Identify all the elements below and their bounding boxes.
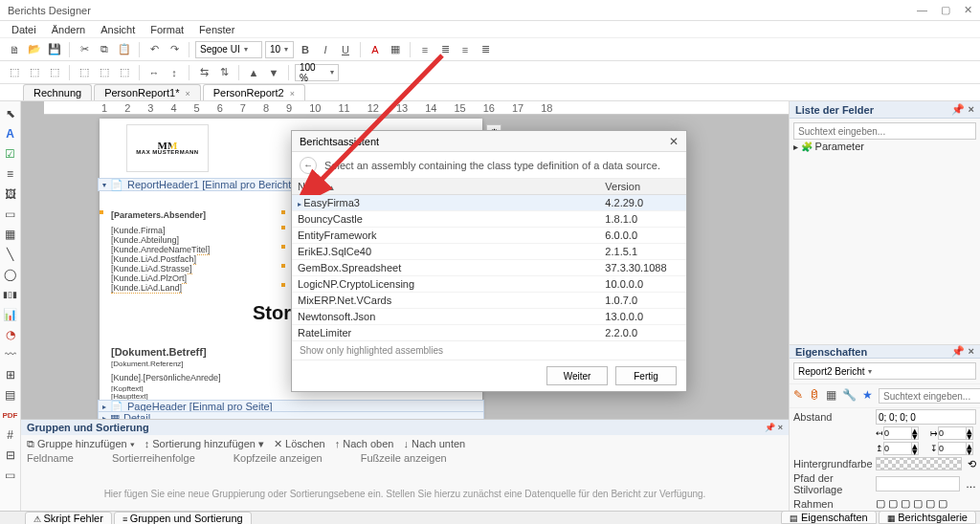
open-icon[interactable]: 📂 (26, 41, 43, 58)
tab-berichtsgalerie[interactable]: ▦ Berichtsgalerie (879, 511, 976, 524)
shape-icon[interactable]: ◯ (2, 266, 19, 283)
zoom-combo[interactable]: 100 % (295, 64, 339, 81)
pad-left-input[interactable] (883, 426, 912, 440)
send-back-icon[interactable]: ▼ (265, 64, 282, 81)
prop-hintergrund-value[interactable] (876, 457, 962, 470)
wrench-icon[interactable]: 🔧 (842, 388, 857, 404)
wand-icon[interactable]: ✎ (793, 388, 803, 404)
gauge-icon[interactable]: ◔ (2, 326, 19, 343)
close-button[interactable]: ✕ (964, 4, 972, 16)
crossband-icon[interactable]: ▭ (2, 467, 19, 484)
align-bottom-icon[interactable]: ⬚ (116, 64, 133, 81)
new-icon[interactable]: 🗎 (6, 41, 23, 58)
col-version[interactable]: Version (599, 179, 686, 195)
move-up-button[interactable]: ↑ Nach oben (335, 438, 394, 449)
prop-abstand-value[interactable] (876, 409, 976, 425)
save-icon[interactable]: 💾 (46, 41, 63, 58)
menu-format[interactable]: Format (145, 24, 189, 35)
align-left-icon[interactable]: ≡ (416, 41, 434, 58)
sparkline-icon[interactable]: 〰 (2, 346, 19, 363)
tab-personreport1[interactable]: PersonReport1*× (94, 84, 201, 100)
align-right-edges-icon[interactable]: ⬚ (46, 64, 63, 81)
undo-icon[interactable]: ↶ (145, 41, 163, 58)
assembly-row[interactable]: MixERP.Net.VCards1.0.7.0 (292, 293, 686, 309)
checkbox-icon[interactable]: ☑ (2, 145, 19, 163)
assembly-row[interactable]: LogicNP.CryptoLicensing10.0.0.0 (292, 276, 686, 293)
field-land[interactable]: [Kunde.LiAd.Land] (111, 283, 182, 294)
font-family-combo[interactable]: Segoe UI (195, 41, 262, 58)
picture-icon[interactable]: 🖼 (2, 186, 19, 203)
assembly-row[interactable]: RateLimiter2.2.0.0 (292, 325, 686, 341)
vspacing-icon[interactable]: ⇅ (215, 64, 233, 81)
pageinfo-icon[interactable]: # (2, 426, 19, 444)
pad-right-input[interactable] (938, 426, 967, 440)
pagebreak-icon[interactable]: ⊟ (2, 447, 19, 464)
props-search-input[interactable] (879, 388, 980, 404)
logo-image[interactable]: MM MAX MUSTERMANN (126, 124, 209, 172)
tab-skript-fehler[interactable]: ⚠ Skript Fehler (25, 512, 112, 525)
close-icon[interactable]: × (969, 345, 974, 358)
pin-icon[interactable]: 📌 × (765, 423, 783, 432)
col-name[interactable]: Name (292, 179, 599, 195)
copy-icon[interactable]: ⧉ (96, 41, 113, 58)
field-pers-anrede[interactable]: [Kunde].[PersönlicheAnrede] (111, 373, 221, 382)
panel-icon[interactable]: ▭ (2, 206, 19, 223)
star-icon[interactable]: ★ (862, 388, 873, 404)
align-middle-icon[interactable]: ⬚ (96, 64, 113, 81)
paste-icon[interactable]: 📋 (116, 41, 133, 58)
align-centers-icon[interactable]: ⬚ (26, 64, 43, 81)
pdf-icon[interactable]: PDF (2, 406, 19, 424)
same-width-icon[interactable]: ↔ (145, 64, 163, 81)
align-left-edges-icon[interactable]: ⬚ (6, 64, 23, 81)
assembly-row[interactable]: EasyFirma34.2.29.0 (292, 195, 686, 211)
border-buttons[interactable]: ▢ ▢ ▢ ▢ ▢ ▢ (876, 497, 976, 510)
subreport-icon[interactable]: ▤ (2, 386, 19, 404)
fill-color-icon[interactable]: ▦ (387, 41, 404, 58)
close-icon[interactable]: × (969, 103, 974, 116)
underline-icon[interactable]: U (337, 41, 354, 58)
pad-bottom-input[interactable] (938, 442, 967, 455)
tab-rechnung[interactable]: Rechnung (23, 84, 92, 100)
add-group-button[interactable]: ⧉ Gruppe hinzufügen ▾ (27, 438, 135, 450)
browse-icon[interactable]: … (966, 478, 976, 490)
bring-front-icon[interactable]: ▲ (245, 64, 262, 81)
back-button[interactable]: ← (300, 157, 317, 174)
tab-personreport2[interactable]: PersonReport2× (203, 84, 305, 100)
field-referenz[interactable]: [Dokument.Referenz] (111, 360, 184, 368)
barcode-icon[interactable]: ▮▯▮ (2, 286, 19, 303)
maximize-button[interactable]: ▢ (941, 4, 950, 16)
close-icon[interactable]: × (185, 89, 189, 98)
assembly-row[interactable]: GemBox.Spreadsheet37.3.30.1088 (292, 260, 686, 276)
assembly-grid[interactable]: Name Version EasyFirma34.2.29.0BouncyCas… (292, 179, 686, 341)
italic-icon[interactable]: I (317, 41, 334, 58)
finish-button[interactable]: Fertig (615, 366, 677, 385)
menu-aendern[interactable]: Ändern (46, 24, 91, 35)
prop-stil-value[interactable] (876, 476, 960, 491)
line-icon[interactable]: ╲ (2, 246, 19, 263)
cut-icon[interactable]: ✂ (76, 41, 93, 58)
field-absender[interactable]: [Parameters.Absender] (111, 210, 206, 220)
align-center-icon[interactable]: ≣ (436, 41, 454, 58)
props-object-selector[interactable]: Report2 Bericht (793, 362, 976, 380)
move-down-button[interactable]: ↓ Nach unten (403, 438, 465, 449)
font-color-icon[interactable]: A (367, 41, 384, 58)
chart-icon[interactable]: 📊 (2, 306, 19, 323)
same-height-icon[interactable]: ↕ (166, 64, 183, 81)
menu-datei[interactable]: Datei (6, 24, 42, 35)
fields-search-input[interactable] (793, 122, 976, 140)
minimize-button[interactable]: — (917, 4, 927, 16)
tab-eigenschaften[interactable]: ▤ Eigenschaften (781, 511, 876, 524)
label-icon[interactable]: A (2, 125, 19, 142)
assembly-row[interactable]: ErikEJ.SqlCe402.1.5.1 (292, 244, 686, 260)
pin-icon[interactable]: 📌 (951, 345, 965, 358)
grid-icon[interactable]: ▦ (826, 388, 836, 404)
font-size-combo[interactable]: 10 (265, 41, 294, 58)
next-button[interactable]: Weiter (546, 366, 608, 385)
pivot-icon[interactable]: ⊞ (2, 366, 19, 383)
align-justify-icon[interactable]: ≣ (477, 41, 494, 58)
align-right-icon[interactable]: ≡ (457, 41, 474, 58)
hspacing-icon[interactable]: ⇆ (195, 64, 212, 81)
pointer-icon[interactable]: ⬉ (2, 105, 19, 122)
assembly-row[interactable]: BouncyCastle1.8.1.0 (292, 211, 686, 228)
bold-icon[interactable]: B (297, 41, 314, 58)
